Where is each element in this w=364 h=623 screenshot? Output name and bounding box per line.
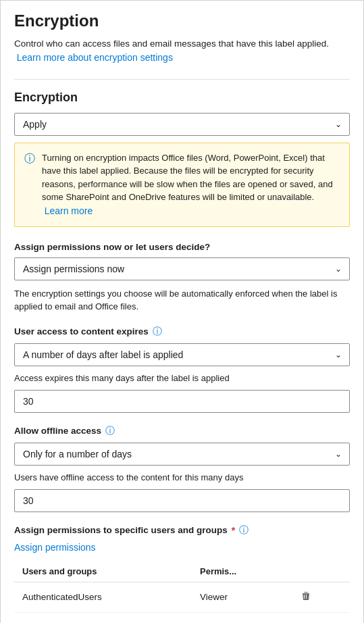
offline-access-info-icon[interactable]: ⓘ [105, 425, 115, 437]
page-title: Encryption [14, 11, 350, 30]
offline-access-days-input[interactable] [14, 489, 350, 512]
permissions-question-label: Assign permissions now or let users deci… [14, 242, 350, 252]
offline-access-dropdown[interactable]: Only for a number of days Always Never [14, 443, 350, 466]
section-divider [14, 79, 350, 80]
permissions-dropdown[interactable]: Assign permissions now Let users assign … [14, 257, 350, 280]
offline-access-sub-label: Users have offline access to the content… [14, 472, 350, 482]
user-access-label: User access to content expires ⓘ [14, 326, 350, 338]
page-description: Control who can access files and email m… [14, 37, 350, 66]
offline-access-group: Allow offline access ⓘ Only for a number… [14, 425, 350, 512]
encryption-dropdown[interactable]: Apply Remove None [14, 113, 350, 136]
col-permissions: Permis... [192, 561, 290, 582]
section-title: Encryption [14, 91, 350, 105]
assign-permissions-info-icon[interactable]: ⓘ [239, 524, 249, 537]
permissions-table: Users and groups Permis... Authenticated… [14, 561, 350, 613]
learn-more-encryption-link[interactable]: Learn more about encryption settings [17, 52, 173, 63]
page-container: Encryption Control who can access files … [0, 0, 364, 623]
encryption-dropdown-container: Apply Remove None ⌄ [14, 113, 350, 136]
offline-access-label: Allow offline access ⓘ [14, 425, 350, 437]
user-access-group: User access to content expires ⓘ A numbe… [14, 326, 350, 413]
assign-permissions-label: Assign permissions to specific users and… [14, 524, 350, 537]
permissions-description: The encryption settings you choose will … [14, 287, 350, 314]
user-access-dropdown[interactable]: A number of days after label is applied … [14, 343, 350, 366]
col-actions [290, 561, 350, 582]
delete-icon [301, 591, 311, 601]
info-box-text: Turning on encryption impacts Office fil… [42, 151, 340, 218]
info-box: ⓘ Turning on encryption impacts Office f… [14, 143, 350, 227]
permission-cell: Viewer [192, 582, 290, 612]
col-users-groups: Users and groups [14, 561, 192, 582]
user-access-dropdown-container: A number of days after label is applied … [14, 343, 350, 366]
assign-permissions-section: Assign permissions to specific users and… [14, 524, 350, 613]
permissions-question-group: Assign permissions now or let users deci… [14, 242, 350, 314]
user-access-sub-label: Access expires this many days after the … [14, 373, 350, 383]
action-cell [290, 582, 350, 612]
offline-access-dropdown-container: Only for a number of days Always Never ⌄ [14, 443, 350, 466]
info-box-link[interactable]: Learn more [45, 205, 93, 216]
description-text: Control who can access files and email m… [14, 39, 329, 49]
user-cell: AuthenticatedUsers [14, 582, 192, 612]
assign-permissions-link[interactable]: Assign permissions [14, 542, 96, 553]
table-row: AuthenticatedUsers Viewer [14, 582, 350, 612]
user-access-info-icon[interactable]: ⓘ [153, 326, 162, 338]
permissions-dropdown-container: Assign permissions now Let users assign … [14, 257, 350, 280]
delete-row-button[interactable] [298, 589, 314, 605]
required-indicator: * [232, 525, 235, 536]
user-access-days-input[interactable] [14, 390, 350, 413]
info-icon: ⓘ [24, 152, 35, 166]
